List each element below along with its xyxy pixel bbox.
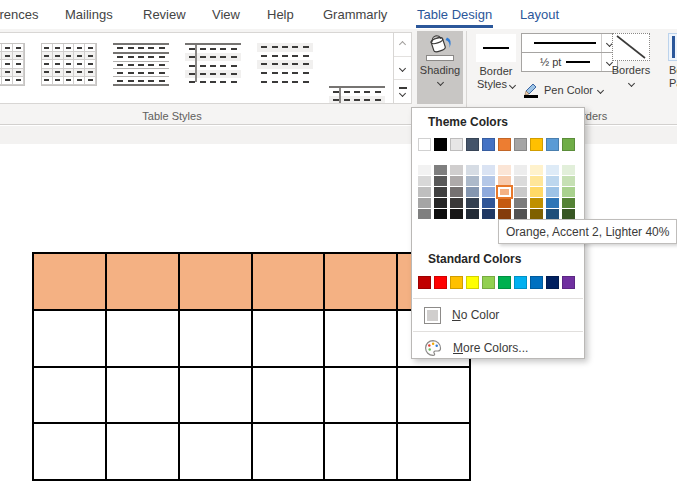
theme-variant-c10-r1[interactable] xyxy=(562,165,575,175)
gallery-row-up-button[interactable] xyxy=(394,33,411,57)
theme-variant-c4-r1[interactable] xyxy=(466,165,479,175)
table-cell-r2-c1[interactable] xyxy=(34,311,105,366)
theme-variant-c9-r1[interactable] xyxy=(546,165,559,175)
table-style-thumbnail-6[interactable] xyxy=(329,86,385,104)
theme-variant-c10-r3[interactable] xyxy=(562,187,575,197)
shading-button[interactable]: Shading xyxy=(417,31,463,104)
table-cell-r4-c5[interactable] xyxy=(325,424,396,479)
theme-variant-c9-r3[interactable] xyxy=(546,187,559,197)
theme-variant-c7-r1[interactable] xyxy=(514,165,527,175)
theme-variant-c2-r4[interactable] xyxy=(434,198,447,208)
gallery-more-button[interactable] xyxy=(394,80,411,103)
theme-variant-c10-r4[interactable] xyxy=(562,198,575,208)
theme-variant-c2-r3[interactable] xyxy=(434,187,447,197)
table-cell-r2-c2[interactable] xyxy=(107,311,178,366)
theme-color-1[interactable] xyxy=(418,138,431,151)
tab-layout[interactable]: Layout xyxy=(520,7,559,22)
table-style-thumbnail-3[interactable] xyxy=(113,43,169,86)
tab-mailings[interactable]: Mailings xyxy=(65,7,113,22)
tab-table-design[interactable]: Table Design xyxy=(417,7,492,22)
theme-variant-c4-r4[interactable] xyxy=(466,198,479,208)
theme-variant-c8-r3[interactable] xyxy=(530,187,543,197)
theme-color-7[interactable] xyxy=(514,138,527,151)
theme-variant-c3-r3[interactable] xyxy=(450,187,463,197)
theme-color-4[interactable] xyxy=(466,138,479,151)
standard-color-2[interactable] xyxy=(434,276,447,289)
borders-button[interactable]: Borders xyxy=(604,31,658,104)
theme-variant-c1-r4[interactable] xyxy=(418,198,431,208)
table-cell-r3-c4[interactable] xyxy=(253,368,324,423)
tab-view[interactable]: View xyxy=(212,7,240,22)
tab-grammarly[interactable]: Grammarly xyxy=(323,7,387,22)
theme-variant-c6-r4[interactable] xyxy=(498,198,511,208)
theme-variant-c9-r2[interactable] xyxy=(546,176,559,186)
theme-variant-c5-r3[interactable] xyxy=(482,187,495,197)
theme-color-5[interactable] xyxy=(482,138,495,151)
table-style-thumbnail-5[interactable] xyxy=(257,43,313,86)
tab-review[interactable]: Review xyxy=(143,7,186,22)
theme-color-10[interactable] xyxy=(562,138,575,151)
theme-color-3[interactable] xyxy=(450,138,463,151)
table-cell-r4-c1[interactable] xyxy=(34,424,105,479)
theme-variant-c6-r2[interactable] xyxy=(498,176,511,186)
theme-color-2[interactable] xyxy=(434,138,447,151)
table-cell-r3-c6[interactable] xyxy=(398,368,469,423)
theme-variant-c6-r5[interactable] xyxy=(498,209,511,219)
no-color-item[interactable]: No Color xyxy=(412,301,584,329)
theme-color-6[interactable] xyxy=(498,138,511,151)
table-cell-r2-c4[interactable] xyxy=(253,311,324,366)
standard-color-3[interactable] xyxy=(450,276,463,289)
table-style-thumbnail-4[interactable] xyxy=(185,43,241,86)
theme-variant-c8-r5[interactable] xyxy=(530,209,543,219)
document-table[interactable] xyxy=(32,252,471,481)
theme-variant-c10-r2[interactable] xyxy=(562,176,575,186)
standard-color-1[interactable] xyxy=(418,276,431,289)
standard-color-4[interactable] xyxy=(466,276,479,289)
theme-variant-c3-r2[interactable] xyxy=(450,176,463,186)
border-painter-button[interactable]: Border Painter xyxy=(666,31,677,104)
theme-variant-c3-r1[interactable] xyxy=(450,165,463,175)
table-cell-r3-c5[interactable] xyxy=(325,368,396,423)
theme-variant-c10-r5[interactable] xyxy=(562,209,575,219)
theme-variant-c7-r2[interactable] xyxy=(514,176,527,186)
pen-color-button[interactable]: Pen Color xyxy=(523,79,603,101)
table-cell-r2-c3[interactable] xyxy=(180,311,251,366)
theme-variant-c9-r4[interactable] xyxy=(546,198,559,208)
theme-variant-c1-r1[interactable] xyxy=(418,165,431,175)
theme-variant-c2-r5[interactable] xyxy=(434,209,447,219)
theme-variant-c3-r4[interactable] xyxy=(450,198,463,208)
table-cell-r1-c3[interactable] xyxy=(180,254,251,309)
theme-variant-c5-r5[interactable] xyxy=(482,209,495,219)
theme-variant-c7-r5[interactable] xyxy=(514,209,527,219)
theme-variant-c8-r4[interactable] xyxy=(530,198,543,208)
standard-color-5[interactable] xyxy=(482,276,495,289)
theme-variant-c5-r1[interactable] xyxy=(482,165,495,175)
table-cell-r4-c6[interactable] xyxy=(398,424,469,479)
theme-variant-c2-r2[interactable] xyxy=(434,176,447,186)
selected-color-swatch[interactable] xyxy=(498,187,511,197)
tab-references[interactable]: References xyxy=(0,7,38,22)
theme-variant-c1-r5[interactable] xyxy=(418,209,431,219)
table-cell-r3-c1[interactable] xyxy=(34,368,105,423)
standard-color-8[interactable] xyxy=(530,276,543,289)
theme-variant-c1-r2[interactable] xyxy=(418,176,431,186)
table-cell-r4-c3[interactable] xyxy=(180,424,251,479)
theme-variant-c6-r1[interactable] xyxy=(498,165,511,175)
theme-variant-c5-r4[interactable] xyxy=(482,198,495,208)
theme-variant-c4-r5[interactable] xyxy=(466,209,479,219)
table-cell-r2-c5[interactable] xyxy=(325,311,396,366)
table-cell-r1-c1[interactable] xyxy=(34,254,105,309)
table-cell-r1-c2[interactable] xyxy=(107,254,178,309)
table-cell-r3-c2[interactable] xyxy=(107,368,178,423)
theme-variant-c1-r3[interactable] xyxy=(418,187,431,197)
standard-color-9[interactable] xyxy=(546,276,559,289)
theme-variant-c7-r3[interactable] xyxy=(514,187,527,197)
theme-variant-c2-r1[interactable] xyxy=(434,165,447,175)
table-cell-r1-c5[interactable] xyxy=(325,254,396,309)
table-cell-r4-c2[interactable] xyxy=(107,424,178,479)
theme-variant-c5-r2[interactable] xyxy=(482,176,495,186)
tab-help[interactable]: Help xyxy=(267,7,294,22)
theme-variant-c3-r5[interactable] xyxy=(450,209,463,219)
theme-variant-c4-r2[interactable] xyxy=(466,176,479,186)
border-styles-button[interactable]: Border Styles xyxy=(470,31,522,104)
